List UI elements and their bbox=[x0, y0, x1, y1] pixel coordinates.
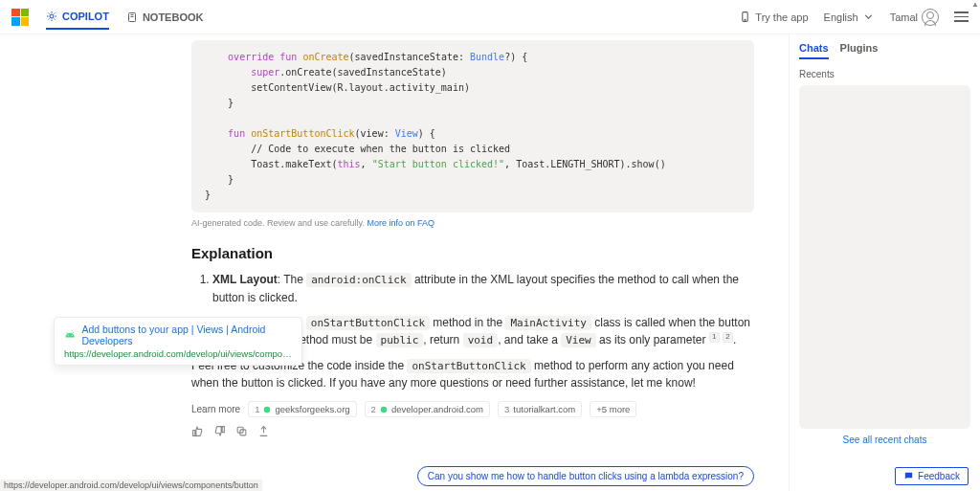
feedback-icon bbox=[903, 471, 914, 481]
see-all-chats-link[interactable]: See all recent chats bbox=[799, 435, 970, 445]
right-panel: Chats Plugins Recents See all recent cha… bbox=[789, 34, 980, 491]
android-icon bbox=[64, 328, 76, 342]
try-app-link[interactable]: Try the app bbox=[739, 11, 808, 23]
citation-1[interactable]: 1 bbox=[709, 332, 720, 343]
expl1-bold: XML Layout bbox=[212, 273, 278, 286]
tooltip-title: Add buttons to your app | Views | Androi… bbox=[81, 324, 292, 346]
source-chip-1[interactable]: 1geeksforgeeks.org bbox=[248, 401, 356, 417]
android-icon bbox=[380, 406, 388, 413]
copy-icon[interactable] bbox=[235, 425, 248, 437]
code-view: View bbox=[561, 333, 596, 347]
site-icon bbox=[263, 406, 271, 413]
user-name: Tamal bbox=[890, 11, 918, 23]
menu-button[interactable] bbox=[954, 11, 969, 22]
language-label: English bbox=[824, 11, 858, 23]
thumbs-up-icon[interactable] bbox=[191, 425, 204, 437]
feedback-label: Feedback bbox=[918, 471, 960, 481]
code-void: void bbox=[463, 333, 499, 347]
rp-tab-chats[interactable]: Chats bbox=[799, 42, 829, 59]
tooltip-url: https://developer.android.com/develop/ui… bbox=[64, 348, 292, 359]
code-onstart: onStartButtonClick bbox=[306, 316, 430, 330]
scroll-up-arrow[interactable]: ▲ bbox=[970, 0, 980, 10]
suggestions-row: Can you show me how to handle button cli… bbox=[191, 466, 754, 491]
tab-copilot[interactable]: COPILOT bbox=[46, 5, 109, 30]
tab-notebook[interactable]: NOTEBOOK bbox=[126, 5, 204, 30]
top-tabs: COPILOT NOTEBOOK bbox=[46, 5, 203, 30]
learn-more-label: Learn more bbox=[191, 404, 240, 414]
microsoft-logo[interactable] bbox=[11, 9, 29, 26]
language-select[interactable]: English bbox=[824, 11, 875, 23]
svg-point-5 bbox=[745, 19, 746, 20]
tab-notebook-label: NOTEBOOK bbox=[143, 11, 204, 23]
recents-heading: Recents bbox=[799, 69, 970, 79]
learn-more-row: Learn more 1geeksforgeeks.org 2developer… bbox=[191, 401, 754, 417]
suggestion-chip-1[interactable]: Can you show me how to handle button cli… bbox=[417, 466, 754, 486]
tab-copilot-label: COPILOT bbox=[62, 11, 109, 22]
thumbs-down-icon[interactable] bbox=[213, 425, 226, 437]
main-content: override fun onCreate(savedInstanceState… bbox=[0, 34, 789, 491]
topbar: COPILOT NOTEBOOK Try the app English Tam… bbox=[0, 0, 980, 34]
avatar-icon bbox=[922, 9, 939, 26]
svg-point-6 bbox=[264, 406, 270, 412]
source-chip-more[interactable]: +5 more bbox=[590, 401, 636, 417]
code-mainactivity: MainActivity bbox=[505, 316, 590, 330]
code-public: public bbox=[376, 333, 424, 347]
mobile-icon bbox=[739, 11, 751, 23]
code-block[interactable]: override fun onCreate(savedInstanceState… bbox=[191, 40, 754, 212]
try-app-label: Try the app bbox=[755, 11, 808, 23]
svg-point-7 bbox=[381, 406, 387, 412]
ai-disclaimer: AI-generated code. Review and use carefu… bbox=[191, 218, 754, 228]
rp-tab-plugins[interactable]: Plugins bbox=[840, 42, 879, 59]
chevron-down-icon bbox=[862, 11, 875, 23]
copilot-icon bbox=[46, 11, 57, 22]
notebook-icon bbox=[126, 11, 138, 23]
explanation-item-1: XML Layout: The android:onClick attribut… bbox=[212, 271, 754, 306]
recents-placeholder bbox=[799, 85, 970, 429]
message-feedback-row bbox=[191, 425, 754, 437]
statusbar-url: https://developer.android.com/develop/ui… bbox=[0, 480, 262, 491]
ai-faq-link[interactable]: More info on FAQ bbox=[367, 218, 434, 228]
code-onstart-2: onStartButtonClick bbox=[407, 359, 530, 373]
ai-note-text: AI-generated code. Review and use carefu… bbox=[191, 218, 365, 228]
feedback-button[interactable]: Feedback bbox=[895, 467, 969, 485]
user-menu[interactable]: Tamal bbox=[890, 9, 939, 26]
export-icon[interactable] bbox=[257, 425, 270, 437]
citation-2[interactable]: 2 bbox=[723, 332, 733, 343]
right-panel-tabs: Chats Plugins bbox=[799, 42, 970, 59]
code-android-onclick: android:onClick bbox=[306, 273, 411, 287]
source-tooltip: Add buttons to your app | Views | Androi… bbox=[54, 317, 302, 366]
svg-point-0 bbox=[50, 14, 54, 18]
source-chip-3[interactable]: 3tutorialkart.com bbox=[498, 401, 582, 417]
source-chip-2[interactable]: 2developer.android.com bbox=[365, 401, 490, 417]
explanation-heading: Explanation bbox=[191, 245, 754, 261]
